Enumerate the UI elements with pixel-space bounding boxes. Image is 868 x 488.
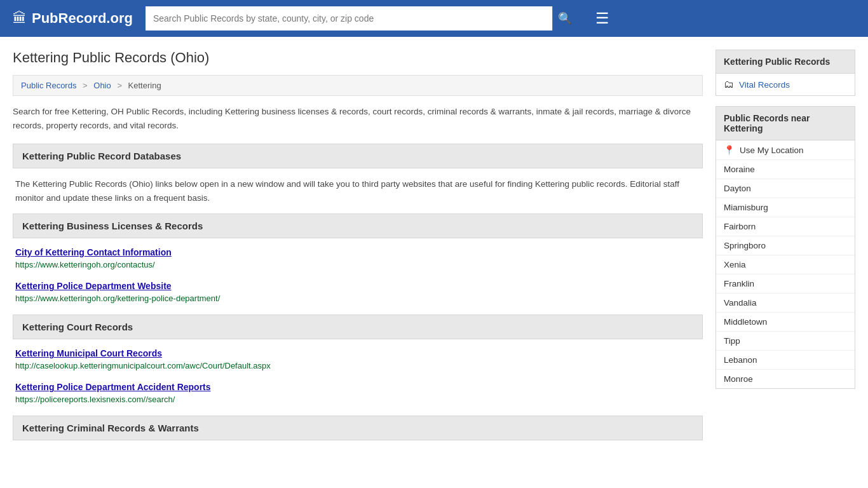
databases-section: Kettering Public Record Databases The Ke… [13,144,703,205]
city-contact-link[interactable]: City of Kettering Contact Information [15,247,700,257]
site-header: 🏛 PubRecord.org 🔍 ☰ [0,0,868,37]
page-title: Kettering Public Records (Ohio) [13,50,703,66]
accident-reports-url: https://policereports.lexisnexis.com//se… [15,395,175,404]
sidebar-kettering-title: Kettering Public Records [715,50,855,74]
breadcrumb-ohio[interactable]: Ohio [93,81,111,90]
nearby-city-springboro: Springboro [716,236,855,255]
sidebar: Kettering Public Records 🗂 Vital Records… [715,50,855,449]
court-header: Kettering Court Records [13,315,703,339]
logo-text: PubRecord.org [32,10,133,27]
nearby-city-xenia: Xenia [716,255,855,274]
breadcrumb-public-records[interactable]: Public Records [21,81,76,90]
record-entry: Kettering Municipal Court Records http:/… [13,348,703,370]
breadcrumb: Public Records > Ohio > Kettering [13,75,703,96]
main-container: Kettering Public Records (Ohio) Public R… [0,37,868,462]
criminal-header: Kettering Criminal Records & Warrants [13,416,703,440]
sidebar-vital-item: 🗂 Vital Records [715,74,855,96]
business-section: Kettering Business Licenses & Records Ci… [13,214,703,303]
vital-records-icon: 🗂 [724,79,734,90]
nearby-title-line2: Kettering [724,123,763,133]
nearby-city-middletown: Middletown [716,313,855,332]
databases-header: Kettering Public Record Databases [13,144,703,168]
municipal-court-link[interactable]: Kettering Municipal Court Records [15,348,700,358]
databases-description: The Kettering Public Records (Ohio) link… [13,177,703,205]
record-entry: Kettering Police Department Website http… [13,281,703,303]
business-header: Kettering Business Licenses & Records [13,214,703,238]
municipal-court-url: http://caselookup.ketteringmunicipalcour… [15,361,271,370]
record-entry: Kettering Police Department Accident Rep… [13,382,703,404]
nearby-city-tipp: Tipp [716,332,855,351]
sidebar-nearby-header: Public Records near Kettering [715,106,855,140]
use-location-item: 📍 Use My Location [716,140,855,160]
nearby-city-vandalia: Vandalia [716,294,855,313]
search-icon: 🔍 [558,11,572,25]
city-contact-url: https://www.ketteringoh.org/contactus/ [15,260,155,269]
logo[interactable]: 🏛 PubRecord.org [13,10,133,27]
use-my-location-link[interactable]: Use My Location [740,146,804,155]
hamburger-button[interactable]: ☰ [595,10,609,27]
breadcrumb-kettering: Kettering [128,81,161,90]
court-section: Kettering Court Records Kettering Munici… [13,315,703,404]
police-website-link[interactable]: Kettering Police Department Website [15,281,700,291]
nearby-city-miamisburg: Miamisburg [716,198,855,217]
nearby-city-franklin: Franklin [716,274,855,294]
nearby-city-monroe: Monroe [716,370,855,388]
vital-records-link[interactable]: Vital Records [739,80,790,90]
search-bar-container: 🔍 [146,6,578,30]
nearby-city-fairborn: Fairborn [716,217,855,236]
criminal-section: Kettering Criminal Records & Warrants [13,416,703,440]
breadcrumb-sep-2: > [117,81,122,90]
nearby-city-lebanon: Lebanon [716,351,855,370]
hamburger-icon: ☰ [595,10,609,27]
search-button[interactable]: 🔍 [552,6,578,30]
record-entry: City of Kettering Contact Information ht… [13,247,703,269]
nearby-city-moraine: Moraine [716,160,855,179]
pin-icon: 📍 [724,145,735,155]
page-description: Search for free Kettering, OH Public Rec… [13,105,703,132]
nearby-title-line1: Public Records near [724,113,810,123]
search-input[interactable] [146,6,552,30]
breadcrumb-sep-1: > [83,81,88,90]
nearby-city-dayton: Dayton [716,179,855,198]
nearby-list: 📍 Use My Location Moraine Dayton Miamisb… [715,140,855,389]
logo-icon: 🏛 [13,10,27,27]
police-website-url: https://www.ketteringoh.org/kettering-po… [15,294,220,303]
content-area: Kettering Public Records (Ohio) Public R… [13,50,703,449]
accident-reports-link[interactable]: Kettering Police Department Accident Rep… [15,382,700,392]
